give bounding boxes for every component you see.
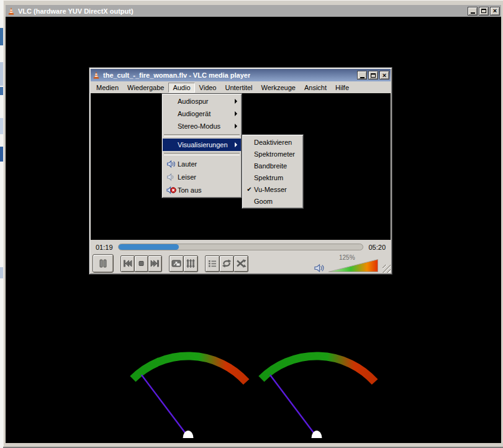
vu-meter-left-arc	[133, 356, 247, 382]
player-maximize-button[interactable]	[368, 71, 378, 80]
menuitem-bandbreite[interactable]: Bandbreite	[243, 160, 302, 171]
previous-button[interactable]	[120, 255, 135, 272]
fullscreen-button[interactable]	[169, 255, 184, 272]
playlist-button[interactable]	[205, 255, 220, 272]
menu-untertitel[interactable]: Untertitel	[220, 83, 256, 93]
vlc-cone-icon	[7, 7, 16, 16]
outer-titlebar[interactable]: VLC (hardware YUV DirectX output) ×	[6, 5, 501, 17]
submenu-arrow-icon	[235, 142, 237, 147]
volume-triangle-icon	[328, 258, 379, 273]
menuitem-lauter[interactable]: Lauter	[163, 157, 241, 170]
skip-next-icon	[150, 259, 160, 268]
outer-window-title: VLC (hardware YUV DirectX output)	[18, 7, 134, 15]
volume-down-icon	[166, 173, 176, 181]
volume-cluster: 125%	[314, 254, 389, 273]
minimize-icon	[471, 12, 475, 14]
vu-meter-right-needle	[270, 375, 317, 437]
pause-icon	[98, 258, 108, 268]
control-bar: 01:19 05:20	[91, 240, 391, 274]
menuitem-ton-aus[interactable]: Ton aus	[163, 183, 241, 196]
submenu-arrow-icon	[235, 111, 237, 116]
player-close-button[interactable]: ×	[379, 71, 389, 80]
player-titlebar[interactable]: the_cult_-_fire_woman.flv - VLC media pl…	[91, 69, 391, 81]
menu-separator	[164, 153, 240, 155]
menu-video[interactable]: Video	[195, 83, 221, 93]
menuitem-spektrometer[interactable]: Spektrometer	[243, 148, 302, 160]
minimize-icon	[360, 77, 365, 78]
menuitem-spektrum[interactable]: Spektrum	[243, 171, 302, 183]
stop-icon	[137, 259, 146, 268]
volume-mute-icon	[166, 186, 176, 194]
shuffle-icon	[236, 259, 247, 268]
menu-werkzeuge[interactable]: Werkzeuge	[257, 83, 300, 93]
outer-close-button[interactable]: ×	[490, 7, 500, 16]
submenu-arrow-icon	[235, 99, 237, 104]
volume-slider[interactable]: 125%	[328, 254, 379, 273]
fullscreen-icon	[171, 259, 181, 268]
vu-meter-visualization	[112, 348, 397, 442]
menuitem-vu-messer[interactable]: ✔ Vu-Messer	[243, 183, 302, 195]
menuitem-visualisierungen[interactable]: Visualisierungen	[163, 139, 241, 151]
shuffle-button[interactable]	[233, 255, 248, 272]
seek-bar[interactable]	[118, 244, 364, 250]
equalizer-sliders-icon	[186, 258, 196, 268]
close-icon: ×	[493, 7, 497, 14]
seek-bar-fill	[119, 244, 179, 250]
menuitem-leiser[interactable]: Leiser	[163, 170, 241, 183]
player-minimize-button[interactable]	[357, 71, 367, 80]
menu-separator	[164, 134, 240, 137]
maximize-icon	[481, 9, 486, 13]
skip-previous-icon	[123, 259, 132, 268]
menu-bar: Medien Wiedergabe Audio Video Untertitel…	[91, 81, 391, 93]
vlc-cone-icon	[92, 71, 101, 80]
vu-meter-right-arc	[261, 356, 375, 382]
menuitem-stereo-modus[interactable]: Stereo-Modus	[163, 120, 241, 132]
check-icon: ✔	[245, 186, 254, 193]
maximize-icon	[371, 73, 376, 78]
menuitem-audiogeraet[interactable]: Audiogerät	[163, 107, 241, 120]
menu-ansicht[interactable]: Ansicht	[300, 83, 331, 93]
menuitem-deaktivieren[interactable]: Deaktivieren	[243, 136, 302, 148]
close-icon: ×	[383, 72, 386, 79]
outer-minimize-button[interactable]	[468, 7, 478, 16]
menuitem-audiospur[interactable]: Audiospur	[163, 95, 241, 107]
player-window-title: the_cult_-_fire_woman.flv - VLC media pl…	[103, 71, 250, 79]
next-button[interactable]	[148, 255, 162, 272]
menu-medien[interactable]: Medien	[92, 83, 123, 93]
extended-settings-button[interactable]	[183, 255, 198, 272]
visualizations-submenu-popup: Deaktivieren Spektrometer Bandbreite Spe…	[242, 134, 304, 209]
menuitem-goom[interactable]: Goom	[243, 195, 302, 207]
menu-hilfe[interactable]: Hilfe	[331, 83, 353, 93]
vu-meter-left-needle	[142, 375, 188, 437]
menu-audio[interactable]: Audio	[168, 83, 194, 93]
speaker-icon	[314, 263, 325, 273]
loop-button[interactable]	[219, 255, 234, 272]
pause-button[interactable]	[93, 254, 114, 273]
stop-button[interactable]	[134, 255, 148, 272]
resize-grip[interactable]	[383, 265, 391, 273]
menu-wiedergabe[interactable]: Wiedergabe	[123, 83, 168, 93]
playlist-icon	[207, 259, 217, 268]
elapsed-time: 01:19	[96, 244, 113, 251]
volume-up-icon	[166, 160, 176, 168]
total-time: 05:20	[368, 244, 386, 251]
outer-maximize-button[interactable]	[479, 7, 489, 16]
loop-icon	[221, 259, 232, 268]
audio-menu-popup: Audiospur Audiogerät Stereo-Modus Visual…	[161, 93, 242, 198]
submenu-arrow-icon	[235, 124, 237, 129]
